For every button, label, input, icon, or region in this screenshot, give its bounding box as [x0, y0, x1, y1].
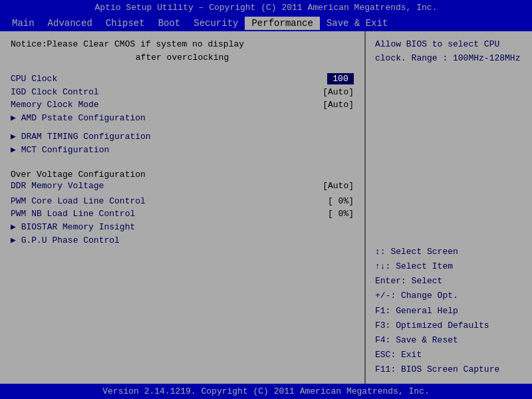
igd-clock-value[interactable]: [Auto]: [323, 87, 354, 97]
help-text: Allow BIOS to select CPU clock. Range : …: [375, 38, 523, 66]
ddr-voltage-value[interactable]: [Auto]: [323, 181, 354, 191]
menu-item-performance[interactable]: Performance: [245, 17, 319, 30]
key-guide-item: ↕: Select Screen: [375, 245, 523, 259]
memory-clock-row: Memory Clock Mode [Auto]: [11, 100, 354, 110]
key-guide-item: F3: Optimized Defaults: [375, 319, 523, 333]
footer: Version 2.14.1219. Copyright (C) 2011 Am…: [0, 384, 532, 399]
pwm-core-row: PWM Core Load Line Control [ 0%]: [11, 196, 354, 206]
cpu-clock-row: CPU Clock 100: [11, 73, 354, 84]
cpu-clock-value[interactable]: 100: [327, 73, 354, 84]
title-text: Aptio Setup Utility – Copyright (C) 2011…: [95, 3, 438, 13]
main-content: Notice:Please Clear CMOS if system no di…: [0, 31, 532, 384]
notice-line2: after overclocking: [11, 51, 354, 65]
menu-item-boot[interactable]: Boot: [152, 17, 188, 30]
ddr-voltage-row: DDR Memory Voltage [Auto]: [11, 181, 354, 191]
key-guide-item: Enter: Select: [375, 274, 523, 289]
app: Aptio Setup Utility – Copyright (C) 2011…: [0, 0, 532, 399]
left-panel: Notice:Please Clear CMOS if system no di…: [0, 31, 366, 384]
key-guide-item: +/-: Change Opt.: [375, 289, 523, 303]
menu-item-chipset[interactable]: Chipset: [99, 17, 152, 30]
memory-clock-label: Memory Clock Mode: [11, 100, 99, 110]
over-voltage-section: Over Voltage Configuration: [11, 170, 354, 180]
menu-item-advanced[interactable]: Advanced: [41, 17, 99, 30]
menu-bar: MainAdvancedChipsetBootSecurityPerforman…: [0, 15, 532, 31]
right-panel: Allow BIOS to select CPU clock. Range : …: [366, 31, 532, 384]
key-guide: ↕: Select Screen↑↓: Select ItemEnter: Se…: [375, 245, 523, 377]
gpu-phase-submenu[interactable]: G.P.U Phase Control: [11, 235, 354, 245]
notice-line1: Notice:Please Clear CMOS if system no di…: [11, 38, 354, 51]
menu-item-security[interactable]: Security: [187, 17, 245, 30]
pwm-nb-value[interactable]: [ 0%]: [328, 209, 354, 219]
biostar-memory-submenu[interactable]: BIOSTAR Memory Insight: [11, 221, 354, 232]
pwm-core-value[interactable]: [ 0%]: [328, 196, 354, 206]
menu-item-save---exit[interactable]: Save & Exit: [320, 17, 394, 30]
menu-item-main[interactable]: Main: [5, 17, 41, 30]
mct-config-submenu[interactable]: MCT Configuration: [11, 144, 354, 155]
notice: Notice:Please Clear CMOS if system no di…: [11, 38, 354, 64]
key-guide-item: F11: BIOS Screen Capture: [375, 362, 523, 377]
title-bar: Aptio Setup Utility – Copyright (C) 2011…: [0, 0, 532, 15]
pwm-nb-row: PWM NB Load Line Control [ 0%]: [11, 209, 354, 219]
amd-pstate-submenu[interactable]: AMD Pstate Configuration: [11, 112, 354, 123]
key-guide-item: ↑↓: Select Item: [375, 259, 523, 274]
igd-clock-label: IGD Clock Control: [11, 87, 99, 97]
key-guide-item: ESC: Exit: [375, 348, 523, 362]
igd-clock-row: IGD Clock Control [Auto]: [11, 87, 354, 97]
key-guide-item: F1: General Help: [375, 304, 523, 319]
key-guide-item: F4: Save & Reset: [375, 333, 523, 348]
memory-clock-value[interactable]: [Auto]: [323, 100, 354, 110]
ddr-voltage-label: DDR Memory Voltage: [11, 181, 104, 191]
cpu-clock-label: CPU Clock: [11, 74, 57, 84]
pwm-core-label: PWM Core Load Line Control: [11, 196, 146, 206]
footer-text: Version 2.14.1219. Copyright (C) 2011 Am…: [102, 386, 429, 396]
dram-timing-submenu[interactable]: DRAM TIMING Configuration: [11, 131, 354, 142]
pwm-nb-label: PWM NB Load Line Control: [11, 209, 135, 219]
